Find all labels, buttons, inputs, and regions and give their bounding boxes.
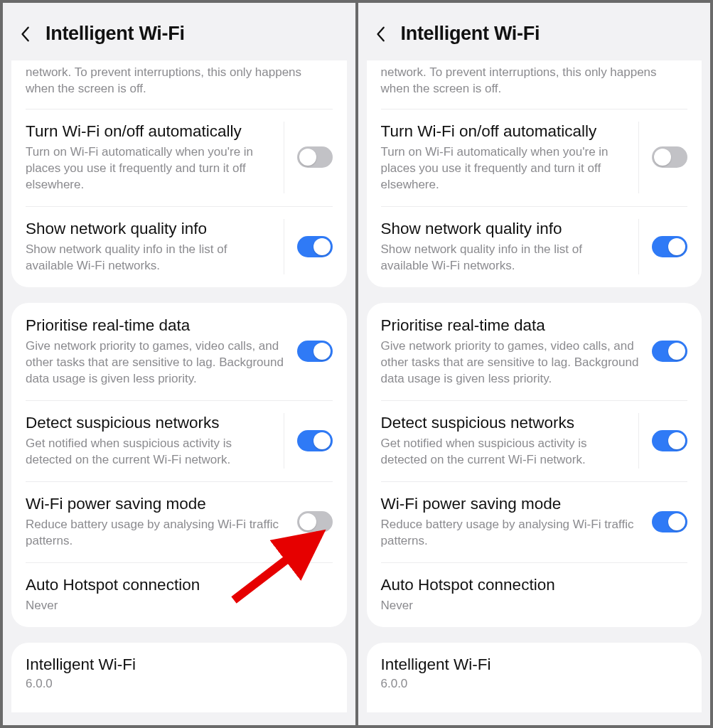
- toggle-container: [297, 316, 333, 387]
- back-icon[interactable]: [18, 23, 31, 45]
- row-text: Wi‑Fi power saving mode Reduce battery u…: [381, 494, 653, 550]
- toggle-container: [297, 494, 333, 550]
- row-subtitle: Never: [26, 598, 323, 614]
- row-version[interactable]: Intelligent Wi‑Fi 6.0.0: [11, 643, 347, 712]
- row-text: Detect suspicious networks Get notified …: [26, 413, 284, 469]
- toggle-container: [284, 413, 333, 469]
- toggle-suspicious[interactable]: [652, 430, 687, 451]
- row-subtitle: Get notified when suspicious activity is…: [381, 436, 629, 469]
- row-suspicious[interactable]: Detect suspicious networks Get notified …: [367, 400, 702, 481]
- toggle-power-save[interactable]: [297, 511, 333, 532]
- row-prioritise[interactable]: Prioritise real-time data Give network p…: [367, 303, 702, 400]
- toggle-auto-wifi[interactable]: [652, 146, 687, 168]
- version-value: 6.0.0: [26, 677, 333, 691]
- version-title: Intelligent Wi‑Fi: [381, 655, 688, 674]
- row-text: Detect suspicious networks Get notified …: [381, 413, 639, 469]
- toggle-container: [638, 413, 687, 469]
- row-title: Turn Wi‑Fi on/off automatically: [381, 122, 629, 141]
- back-icon[interactable]: [374, 23, 387, 45]
- row-text: Turn Wi‑Fi on/off automatically Turn on …: [381, 122, 639, 193]
- page-title: Intelligent Wi‑Fi: [45, 23, 185, 45]
- row-subtitle: Never: [381, 598, 678, 614]
- row-auto-wifi[interactable]: Turn Wi‑Fi on/off automatically Turn on …: [367, 109, 702, 206]
- settings-group-1: network. To prevent interruptions, this …: [367, 60, 702, 287]
- row-subtitle: Show network quality info in the list of…: [381, 242, 629, 274]
- row-title: Auto Hotspot connection: [26, 575, 323, 595]
- toggle-container: [652, 316, 687, 387]
- screenshot-pair: Intelligent Wi‑Fi network. To prevent in…: [0, 0, 713, 728]
- row-subtitle: Reduce battery usage by analysing Wi‑Fi …: [381, 517, 643, 550]
- row-text: Auto Hotspot connection Never: [26, 575, 333, 614]
- cutoff-description: network. To prevent interruptions, this …: [11, 60, 347, 109]
- toggle-quality-info[interactable]: [652, 236, 687, 257]
- row-power-save[interactable]: Wi‑Fi power saving mode Reduce battery u…: [367, 481, 702, 562]
- row-text: Show network quality info Show network q…: [26, 219, 284, 274]
- row-subtitle: Show network quality info in the list of…: [26, 242, 274, 274]
- settings-group-version: Intelligent Wi‑Fi 6.0.0: [367, 643, 702, 712]
- row-text: Turn Wi‑Fi on/off automatically Turn on …: [26, 122, 284, 193]
- row-prioritise[interactable]: Prioritise real-time data Give network p…: [11, 303, 347, 400]
- cutoff-description: network. To prevent interruptions, this …: [367, 60, 702, 109]
- row-subtitle: Turn on Wi‑Fi automatically when you're …: [381, 144, 629, 193]
- version-title: Intelligent Wi‑Fi: [26, 655, 333, 674]
- row-text: Show network quality info Show network q…: [381, 219, 639, 274]
- row-auto-hotspot[interactable]: Auto Hotspot connection Never: [11, 562, 347, 627]
- toggle-container: [652, 494, 687, 550]
- row-subtitle: Give network priority to games, video ca…: [381, 338, 643, 387]
- row-subtitle: Get notified when suspicious activity is…: [26, 436, 274, 469]
- page-header: Intelligent Wi‑Fi: [358, 3, 711, 60]
- row-title: Wi‑Fi power saving mode: [26, 494, 287, 514]
- settings-group-version: Intelligent Wi‑Fi 6.0.0: [11, 643, 347, 712]
- row-quality-info[interactable]: Show network quality info Show network q…: [367, 206, 702, 287]
- row-quality-info[interactable]: Show network quality info Show network q…: [11, 206, 347, 287]
- row-title: Prioritise real-time data: [381, 316, 643, 336]
- row-version[interactable]: Intelligent Wi‑Fi 6.0.0: [367, 643, 702, 712]
- row-title: Detect suspicious networks: [381, 413, 629, 433]
- toggle-container: [284, 122, 333, 193]
- row-suspicious[interactable]: Detect suspicious networks Get notified …: [11, 400, 347, 481]
- phone-screen-right: Intelligent Wi‑Fi network. To prevent in…: [358, 3, 711, 725]
- toggle-quality-info[interactable]: [297, 236, 333, 257]
- toggle-suspicious[interactable]: [297, 430, 333, 451]
- settings-group-1: network. To prevent interruptions, this …: [11, 60, 347, 287]
- row-power-save[interactable]: Wi‑Fi power saving mode Reduce battery u…: [11, 481, 347, 562]
- page-title: Intelligent Wi‑Fi: [401, 23, 540, 45]
- row-subtitle: Reduce battery usage by analysing Wi‑Fi …: [26, 517, 287, 550]
- settings-group-2: Prioritise real-time data Give network p…: [11, 303, 347, 627]
- row-text: Auto Hotspot connection Never: [381, 575, 688, 614]
- row-subtitle: Turn on Wi‑Fi automatically when you're …: [26, 144, 274, 193]
- toggle-prioritise[interactable]: [652, 341, 687, 362]
- version-value: 6.0.0: [381, 677, 688, 691]
- page-header: Intelligent Wi‑Fi: [3, 3, 355, 60]
- phone-screen-left: Intelligent Wi‑Fi network. To prevent in…: [3, 3, 355, 725]
- toggle-container: [638, 219, 687, 274]
- toggle-power-save[interactable]: [652, 511, 687, 532]
- row-auto-wifi[interactable]: Turn Wi‑Fi on/off automatically Turn on …: [11, 109, 347, 206]
- row-title: Detect suspicious networks: [26, 413, 274, 433]
- toggle-container: [284, 219, 333, 274]
- settings-group-2: Prioritise real-time data Give network p…: [367, 303, 702, 627]
- row-title: Wi‑Fi power saving mode: [381, 494, 643, 514]
- row-text: Prioritise real-time data Give network p…: [381, 316, 653, 387]
- row-title: Show network quality info: [381, 219, 629, 239]
- row-text: Wi‑Fi power saving mode Reduce battery u…: [26, 494, 297, 550]
- row-subtitle: Give network priority to games, video ca…: [26, 338, 287, 387]
- toggle-auto-wifi[interactable]: [297, 146, 333, 168]
- toggle-container: [638, 122, 687, 193]
- row-title: Show network quality info: [26, 219, 274, 239]
- row-auto-hotspot[interactable]: Auto Hotspot connection Never: [367, 562, 702, 627]
- row-title: Auto Hotspot connection: [381, 575, 678, 595]
- toggle-prioritise[interactable]: [297, 341, 333, 362]
- row-title: Turn Wi‑Fi on/off automatically: [26, 122, 274, 141]
- row-text: Prioritise real-time data Give network p…: [26, 316, 297, 387]
- row-title: Prioritise real-time data: [26, 316, 287, 336]
